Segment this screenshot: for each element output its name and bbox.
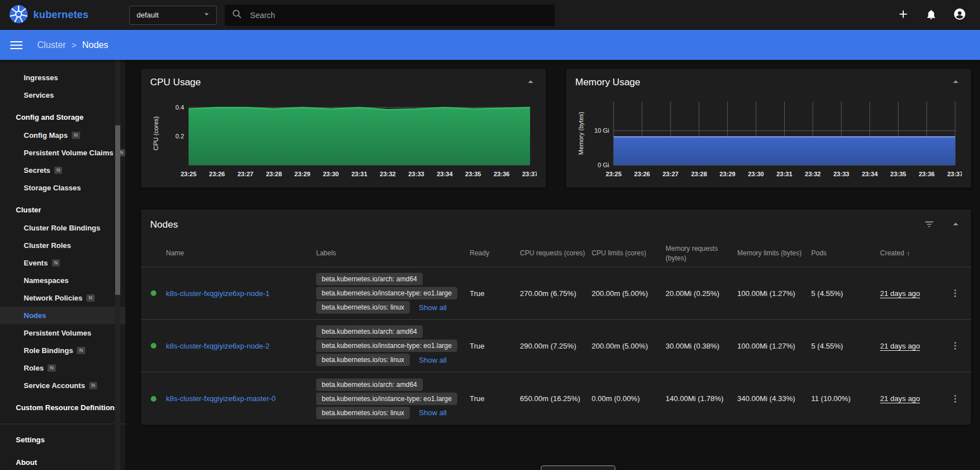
kebab-menu-icon: [950, 288, 960, 298]
node-name-link[interactable]: k8s-cluster-fxqgiyize6xp-node-2: [166, 342, 316, 350]
breadcrumb-parent[interactable]: Cluster: [37, 40, 66, 50]
svg-text:23:26: 23:26: [634, 171, 650, 177]
kebab-menu-icon: [950, 394, 960, 404]
sidebar-section-config-and-storage: Config and Storage: [0, 104, 125, 127]
sidebar-item-cluster-roles[interactable]: Cluster Roles: [0, 237, 125, 254]
sidebar-scrollbar[interactable]: [115, 125, 120, 295]
sidebar-item-label: Nodes: [24, 311, 46, 320]
search-input[interactable]: [249, 10, 548, 20]
sidebar-item-label: Ingresses: [24, 73, 58, 82]
column-header-memory-requests-bytes[interactable]: Memory requests (bytes): [666, 244, 737, 262]
breadcrumb-bar: Cluster > Nodes: [0, 30, 980, 60]
show-all-link[interactable]: Show all: [419, 303, 447, 312]
sidebar-item-storage-classes[interactable]: Storage Classes: [0, 179, 125, 197]
column-header-cpu-requests-cores[interactable]: CPU requests (cores): [520, 249, 592, 258]
node-created: 21 days ago: [880, 289, 939, 298]
node-created-relative-time[interactable]: 21 days ago: [880, 342, 920, 350]
namespace-selector[interactable]: default: [129, 6, 217, 25]
column-header-name[interactable]: Name: [166, 249, 316, 258]
column-header-created[interactable]: Created↑: [880, 249, 939, 259]
filter-button[interactable]: [924, 219, 935, 232]
svg-text:23:31: 23:31: [776, 171, 792, 177]
sidebar-item-services[interactable]: Services: [0, 86, 125, 104]
svg-text:0 Gi: 0 Gi: [598, 162, 609, 168]
node-pods: 11 (10.00%): [811, 394, 880, 403]
column-header-cpu-limits-cores[interactable]: CPU limits (cores): [592, 249, 666, 258]
sidebar-item-label: Secrets: [24, 166, 50, 175]
sidebar-item-persistent-volume-claims[interactable]: Persistent Volume ClaimsN: [0, 144, 125, 162]
search-bar[interactable]: [225, 5, 555, 26]
svg-text:23:37: 23:37: [522, 171, 537, 177]
sidebar-divider: [0, 424, 125, 424]
node-cpu-limits: 0.00m (0.00%): [592, 394, 666, 403]
memory-usage-chart: 10 Gi0 Gi23:2523:2623:2723:2823:2923:302…: [575, 96, 962, 181]
sidebar-item-roles[interactable]: RolesN: [0, 359, 125, 377]
node-created-relative-time[interactable]: 21 days ago: [880, 289, 920, 298]
partial-bottom-widget: [541, 465, 615, 470]
sidebar-item-secrets[interactable]: SecretsN: [0, 162, 125, 179]
node-actions-menu-button[interactable]: [950, 394, 960, 404]
column-header-memory-limits-bytes[interactable]: Memory limits (bytes): [737, 249, 811, 258]
node-labels: beta.kubernetes.io/arch: amd64beta.kuber…: [316, 268, 470, 318]
node-labels-last-line: beta.kubernetes.io/os: linuxShow all: [316, 354, 447, 366]
memory-usage-collapse-button[interactable]: [950, 76, 962, 90]
namespaced-badge: N: [47, 364, 56, 372]
sidebar-item-nodes[interactable]: Nodes: [0, 307, 125, 324]
svg-text:23:32: 23:32: [380, 171, 396, 177]
node-memory-requests: 140.00Mi (1.78%): [666, 394, 737, 403]
kubernetes-dashboard: kubernetes default: [0, 0, 980, 470]
top-actions: [897, 7, 980, 23]
cpu-usage-card: CPU Usage 0.20.423:2523:2623:2723:2823:2…: [141, 69, 546, 188]
svg-text:23:36: 23:36: [494, 171, 510, 177]
sidebar-item-events[interactable]: EventsN: [0, 254, 125, 272]
sidebar-item-cluster-role-bindings[interactable]: Cluster Role Bindings: [0, 219, 125, 237]
column-header-label: Created: [880, 249, 904, 258]
node-status-ok-icon: [151, 290, 156, 296]
plus-icon: [897, 8, 909, 22]
column-header-ready[interactable]: Ready: [470, 249, 520, 258]
column-header-pods[interactable]: Pods: [811, 249, 880, 258]
sidebar-item-label: Cluster Roles: [24, 241, 71, 250]
sidebar-section-custom-resource-definitions[interactable]: Custom Resource Definitions: [0, 394, 125, 417]
menu-hamburger-icon[interactable]: [10, 41, 23, 49]
kubernetes-brand[interactable]: kubernetes: [9, 5, 89, 26]
sidebar-item-label: Persistent Volumes: [24, 329, 91, 337]
node-created-relative-time[interactable]: 21 days ago: [880, 394, 920, 403]
node-label-chip: beta.kubernetes.io/os: linux: [316, 301, 410, 314]
node-memory-limits: 100.00Mi (1.27%): [737, 342, 811, 350]
node-label-chip: beta.kubernetes.io/os: linux: [316, 407, 410, 419]
column-header-labels[interactable]: Labels: [316, 249, 470, 258]
sidebar-item-service-accounts[interactable]: Service AccountsN: [0, 377, 125, 394]
node-label-chip: beta.kubernetes.io/os: linux: [316, 354, 410, 366]
sidebar-item-settings[interactable]: Settings: [0, 427, 125, 449]
memory-usage-card: Memory Usage 10 Gi0 Gi23:2523:2623:2723:…: [566, 69, 971, 188]
create-resource-button[interactable]: [897, 8, 909, 22]
sidebar-nav: IngressesServicesConfig and StorageConfi…: [0, 60, 125, 470]
sidebar-item-about[interactable]: About: [0, 449, 125, 470]
sidebar-item-ingresses[interactable]: Ingresses: [0, 69, 125, 86]
sidebar-item-config-maps[interactable]: Config MapsN: [0, 127, 125, 144]
node-name-link[interactable]: k8s-cluster-fxqgiyize6xp-node-1: [166, 289, 316, 298]
node-cpu-requests: 290.00m (7.25%): [520, 342, 592, 350]
node-label-chip: beta.kubernetes.io/arch: amd64: [316, 378, 423, 391]
show-all-link[interactable]: Show all: [419, 356, 447, 364]
show-all-link[interactable]: Show all: [419, 408, 447, 417]
search-icon: [231, 8, 242, 21]
node-cpu-requests: 270.00m (6.75%): [520, 289, 592, 298]
cpu-usage-collapse-button[interactable]: [524, 76, 537, 90]
nodes-table: NameLabelsReadyCPU requests (cores)CPU l…: [141, 240, 971, 425]
nodes-collapse-button[interactable]: [950, 218, 962, 232]
sidebar-item-namespaces[interactable]: Namespaces: [0, 272, 125, 289]
account-button[interactable]: [953, 7, 966, 23]
arrow-up-icon: [950, 76, 962, 90]
breadcrumb-separator-icon: >: [72, 40, 77, 50]
sidebar-item-role-bindings[interactable]: Role BindingsN: [0, 342, 125, 359]
chevron-down-icon: [202, 9, 212, 21]
sidebar-item-network-policies[interactable]: Network PoliciesN: [0, 289, 125, 307]
node-name-link[interactable]: k8s-cluster-fxqgiyize6xp-master-0: [166, 394, 316, 403]
sidebar-item-persistent-volumes[interactable]: Persistent Volumes: [0, 324, 125, 342]
node-actions-menu-button[interactable]: [950, 341, 960, 351]
notifications-button[interactable]: [925, 8, 937, 22]
sidebar-item-label: Persistent Volume Claims: [24, 149, 113, 157]
node-actions-menu-button[interactable]: [950, 288, 960, 298]
